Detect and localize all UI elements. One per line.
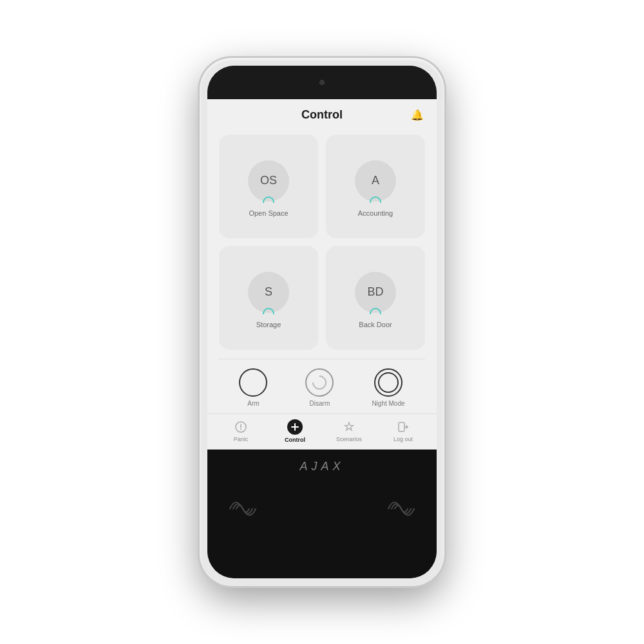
disarm-circle <box>305 368 334 397</box>
nav-panic[interactable]: Panic <box>225 420 257 442</box>
zone-back-door[interactable]: BD Back Door <box>326 246 425 350</box>
nav-control-label: Control <box>285 437 305 443</box>
device-bottom: AJAX <box>207 450 437 578</box>
nfc-area <box>207 480 437 540</box>
disarm-arc-icon <box>310 372 330 392</box>
scenarios-icon <box>342 420 356 434</box>
device-top <box>207 66 437 99</box>
zone-status-s <box>263 308 274 314</box>
bell-icon[interactable]: 🔔 <box>411 109 424 121</box>
svg-rect-5 <box>399 422 404 431</box>
zone-storage[interactable]: S Storage <box>219 246 318 350</box>
screen-header: Control 🔔 <box>207 99 437 128</box>
zone-status-bd <box>370 308 381 314</box>
ajax-brand-text: AJAX <box>299 460 344 473</box>
nfc-left-icon <box>227 493 259 527</box>
nfc-right-icon <box>385 493 417 527</box>
zone-status-a <box>370 196 381 203</box>
zone-label-a: Accounting <box>358 209 393 217</box>
bottom-nav: Panic Control <box>207 413 437 450</box>
zone-abbr-os: OS <box>260 174 277 187</box>
zones-grid: OS Open Space A Accounting S <box>207 128 437 359</box>
zone-abbr-s: S <box>265 285 272 299</box>
panic-icon <box>234 420 248 434</box>
zone-circle-s: S <box>248 272 289 313</box>
zone-abbr-bd: BD <box>367 285 383 299</box>
control-icon <box>287 419 303 435</box>
arm-label: Arm <box>247 400 259 407</box>
nav-control[interactable]: Control <box>279 419 311 443</box>
nav-scenarios-label: Scenarios <box>336 436 362 442</box>
device-inner: Control 🔔 OS Open Space A <box>207 66 437 578</box>
night-mode-button[interactable]: Night Mode <box>372 368 404 407</box>
zone-open-space[interactable]: OS Open Space <box>219 135 318 238</box>
zone-label-os: Open Space <box>249 209 288 217</box>
zone-circle-a: A <box>355 160 396 202</box>
zone-accounting[interactable]: A Accounting <box>326 135 425 238</box>
zone-circle-os: OS <box>248 160 289 202</box>
screen-title: Control <box>301 108 343 122</box>
zone-abbr-a: A <box>372 174 379 187</box>
screen: Control 🔔 OS Open Space A <box>207 99 437 450</box>
disarm-label: Disarm <box>310 400 330 407</box>
camera <box>319 80 325 85</box>
night-label: Night Mode <box>372 400 404 407</box>
zone-circle-bd: BD <box>355 272 396 313</box>
zone-label-bd: Back Door <box>359 321 392 328</box>
night-circle <box>374 368 402 397</box>
arm-button[interactable]: Arm <box>239 368 267 407</box>
nav-scenarios[interactable]: Scenarios <box>333 420 365 442</box>
arm-circle <box>239 368 267 397</box>
nav-logout[interactable]: Log out <box>387 420 419 442</box>
svg-point-2 <box>240 429 242 430</box>
zone-label-s: Storage <box>256 321 281 328</box>
zone-status-os <box>263 196 274 203</box>
logout-icon <box>396 420 410 434</box>
disarm-button[interactable]: Disarm <box>305 368 334 407</box>
nav-panic-label: Panic <box>234 436 249 442</box>
nav-logout-label: Log out <box>393 436 413 442</box>
arm-controls: Arm Disarm Night Mode <box>207 359 437 413</box>
device: Control 🔔 OS Open Space A <box>200 58 444 586</box>
